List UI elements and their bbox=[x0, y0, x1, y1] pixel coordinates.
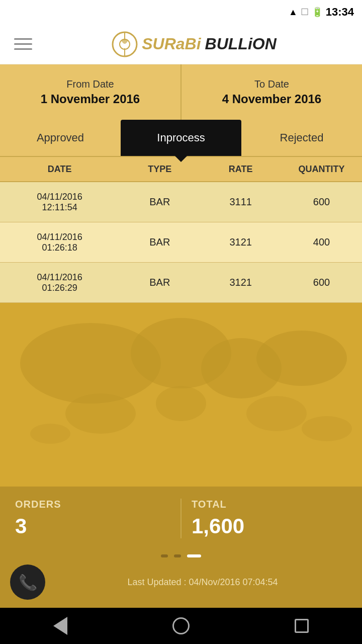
footer-stats: ORDERS 3 TOTAL 1,600 bbox=[0, 487, 362, 550]
to-date-box[interactable]: To Date 4 November 2016 bbox=[182, 64, 362, 120]
phone-icon: 📞 bbox=[19, 574, 37, 591]
cell-rate-2: 3121 bbox=[200, 263, 281, 302]
orders-block: ORDERS 3 bbox=[15, 499, 170, 538]
status-time: 13:34 bbox=[326, 6, 354, 19]
stat-divider bbox=[180, 499, 182, 538]
cell-quantity-2: 600 bbox=[281, 263, 362, 302]
cell-date-1: 04/11/2016 01:26:18 bbox=[0, 222, 119, 262]
from-date-value: 1 November 2016 bbox=[41, 92, 140, 106]
status-icons: ▲ ☐ 🔋 13:34 bbox=[289, 6, 354, 19]
tab-rejected[interactable]: Rejected bbox=[241, 120, 362, 156]
last-updated: Last Updated : 04/Nov/2016 07:04:54 bbox=[53, 577, 352, 588]
battery-icon: 🔋 bbox=[312, 7, 323, 18]
svg-point-9 bbox=[65, 393, 136, 434]
orders-label: ORDERS bbox=[15, 499, 170, 510]
hamburger-button[interactable] bbox=[10, 34, 36, 54]
tab-inprocess[interactable]: Inprocess bbox=[121, 120, 241, 156]
tab-approved[interactable]: Approved bbox=[0, 120, 121, 156]
from-date-box[interactable]: From Date 1 November 2016 bbox=[0, 64, 182, 120]
svg-point-8 bbox=[156, 386, 206, 421]
back-button[interactable] bbox=[48, 614, 72, 638]
pagination bbox=[0, 550, 362, 559]
data-table: DATE TYPE RATE QUANTITY 04/11/2016 12:11… bbox=[0, 156, 362, 303]
table-row: 04/11/2016 12:11:54 BAR 3111 600 bbox=[0, 182, 362, 222]
logo-text-bullion: BULLiON bbox=[205, 35, 277, 53]
cell-type-2: BAR bbox=[119, 263, 200, 302]
pagination-dot-2[interactable] bbox=[187, 554, 201, 557]
svg-point-11 bbox=[302, 416, 352, 441]
tab-bar: Approved Inprocess Rejected bbox=[0, 120, 362, 156]
hamburger-line-2 bbox=[14, 43, 32, 45]
col-type: TYPE bbox=[119, 157, 200, 181]
top-nav: SURaBi BULLiON bbox=[0, 24, 362, 64]
phone-button[interactable]: 📞 bbox=[10, 565, 45, 600]
total-value: 1,600 bbox=[192, 514, 347, 538]
svg-point-10 bbox=[246, 396, 307, 431]
home-button[interactable] bbox=[169, 614, 193, 638]
status-bar: ▲ ☐ 🔋 13:34 bbox=[0, 0, 362, 24]
col-quantity: QUANTITY bbox=[281, 157, 362, 181]
map-area bbox=[0, 303, 362, 487]
total-block: TOTAL 1,600 bbox=[192, 499, 347, 538]
to-date-label: To Date bbox=[254, 78, 289, 90]
recents-button[interactable] bbox=[290, 614, 314, 638]
cell-quantity-0: 600 bbox=[281, 182, 362, 222]
hamburger-line-3 bbox=[14, 48, 32, 50]
cell-date-0: 04/11/2016 12:11:54 bbox=[0, 182, 119, 222]
signal-icon: ☐ bbox=[301, 7, 309, 18]
hamburger-line-1 bbox=[14, 38, 32, 40]
pagination-dot-0[interactable] bbox=[161, 554, 168, 557]
table-row: 04/11/2016 01:26:29 BAR 3121 600 bbox=[0, 263, 362, 303]
pagination-dot-1[interactable] bbox=[174, 554, 181, 557]
logo: SURaBi BULLiON bbox=[36, 31, 352, 57]
bottom-bar: 📞 Last Updated : 04/Nov/2016 07:04:54 bbox=[0, 559, 362, 608]
from-date-label: From Date bbox=[66, 78, 114, 90]
logo-text-surabi: SURaBi bbox=[142, 35, 201, 53]
table-row: 04/11/2016 01:26:18 BAR 3121 400 bbox=[0, 222, 362, 263]
wifi-icon: ▲ bbox=[289, 7, 298, 18]
svg-point-12 bbox=[30, 424, 70, 444]
total-label: TOTAL bbox=[192, 499, 347, 510]
back-icon bbox=[53, 617, 67, 635]
cell-rate-0: 3111 bbox=[200, 182, 281, 222]
cell-date-2: 04/11/2016 01:26:29 bbox=[0, 263, 119, 302]
recents-icon bbox=[295, 619, 309, 633]
home-icon bbox=[172, 617, 190, 634]
android-nav bbox=[0, 608, 362, 644]
cell-type-1: BAR bbox=[119, 222, 200, 262]
to-date-value: 4 November 2016 bbox=[222, 92, 321, 106]
logo-icon bbox=[112, 31, 138, 57]
col-date: DATE bbox=[0, 157, 119, 181]
date-filter: From Date 1 November 2016 To Date 4 Nove… bbox=[0, 64, 362, 120]
col-rate: RATE bbox=[200, 157, 281, 181]
orders-value: 3 bbox=[15, 514, 170, 538]
cell-type-0: BAR bbox=[119, 182, 200, 222]
svg-point-7 bbox=[256, 331, 347, 386]
cell-rate-1: 3121 bbox=[200, 222, 281, 262]
world-map-bg bbox=[0, 303, 362, 454]
cell-quantity-1: 400 bbox=[281, 222, 362, 262]
